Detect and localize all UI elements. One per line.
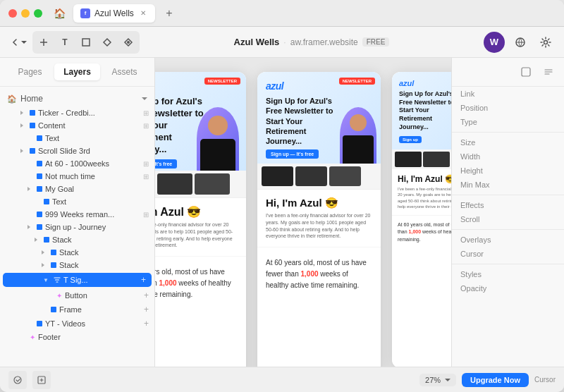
layer-type-icon	[37, 135, 42, 141]
bottom-bar: 27% Upgrade Now Cursor	[0, 367, 564, 392]
divider-4	[452, 264, 564, 264]
divider-3	[452, 229, 564, 230]
layer-label: Scroll Slide 3rd	[38, 147, 149, 155]
user-avatar[interactable]: W	[484, 32, 505, 53]
prop-position: Position	[452, 101, 564, 115]
maximize-button[interactable]	[34, 9, 42, 18]
badge: NEWSLETTER	[204, 78, 240, 85]
layer-item-ytvideos[interactable]: YT - Videos +	[0, 317, 154, 331]
badge-2: NEWSLETTER	[339, 78, 375, 85]
weeks-text-3: At 60 years old, most of us have fewer t…	[398, 221, 451, 244]
hero-section: azul NEWSLETTER Sign Up for Azul's Free …	[155, 72, 246, 171]
more-tool[interactable]	[118, 32, 138, 52]
toggle-icon[interactable]	[18, 147, 25, 154]
hero-title-3: Sign Up for Azul's Free Newsletter to St…	[399, 90, 451, 131]
toggle-icon[interactable]	[25, 185, 32, 192]
bottom-tool-1[interactable]	[8, 371, 27, 389]
layer-item-stack1[interactable]: Stack	[0, 233, 154, 246]
toggle-icon[interactable]	[18, 109, 25, 116]
layer-item-ticker[interactable]: Ticker - Credbi... ⊞	[0, 106, 154, 119]
toggle-icon	[32, 198, 39, 205]
browser-tab[interactable]: f Azul Wells ✕	[73, 4, 155, 23]
layer-item-999weeks[interactable]: 999 Weeks reman... ⊞	[0, 208, 154, 221]
toggle-icon[interactable]	[39, 262, 47, 269]
cta-button-3[interactable]: Sign up	[399, 136, 422, 143]
toggle-icon[interactable]	[39, 249, 47, 256]
add-button[interactable]: +	[141, 275, 146, 285]
new-tab-button[interactable]: +	[161, 5, 178, 22]
free-badge: FREE	[362, 37, 390, 47]
traffic-lights	[8, 9, 42, 18]
layer-label: Stack	[52, 235, 149, 244]
prop-width-label: Width	[460, 152, 480, 161]
toggle-icon[interactable]	[25, 223, 32, 231]
toggle-icon[interactable]: ▼	[42, 276, 49, 283]
prop-width: Width	[452, 149, 564, 164]
toggle-icon[interactable]	[18, 122, 25, 129]
add-button[interactable]: +	[144, 319, 149, 329]
layer-item-text1[interactable]: Text	[0, 132, 154, 145]
settings-icon[interactable]	[536, 32, 556, 52]
frame-tool[interactable]	[76, 32, 96, 52]
sidebar-layers-list: 🏠 Home Ticker - Credbi... ⊞ Content	[0, 87, 154, 367]
layer-item-frame[interactable]: Frame +	[0, 302, 154, 317]
layer-label: Stack	[59, 261, 149, 269]
prop-cursor-label: Cursor	[460, 250, 484, 258]
toggle-icon[interactable]	[32, 236, 39, 243]
video-thumbnails-2	[257, 164, 381, 190]
add-tool[interactable]	[34, 32, 54, 52]
panel-icon-1[interactable]	[516, 62, 536, 82]
layer-item-text2[interactable]: Text	[0, 195, 154, 208]
layer-item-sig-selected[interactable]: ▼ T Sig... +	[3, 273, 152, 287]
home-icon-small: 🏠	[7, 94, 17, 104]
text-tool[interactable]: T	[55, 32, 75, 52]
layer-item-content[interactable]: Content ⊞	[0, 119, 154, 132]
avatar-container-2	[340, 107, 379, 164]
layer-item-stack2[interactable]: Stack	[0, 246, 154, 259]
sidebar-tabs: Pages Layers Assets	[0, 58, 154, 87]
hero-section-3: azul NEWSLETTER Sign Up for Azul's Free …	[392, 72, 451, 149]
layer-item-stack3[interactable]: Stack	[0, 259, 154, 271]
component-tool[interactable]	[97, 32, 117, 52]
layer-grid-icon: ⊞	[143, 211, 149, 219]
tool-group: T	[32, 31, 140, 54]
prop-height-label: Height	[460, 166, 483, 175]
minimize-button[interactable]	[21, 9, 30, 18]
cta-button[interactable]: Sign up — It's free	[155, 159, 177, 169]
globe-icon[interactable]	[510, 32, 530, 52]
cta-button-2[interactable]: Sign up — It's free	[266, 149, 319, 159]
device-frame-1: azul NEWSLETTER Sign Up for Azul's Free …	[155, 72, 246, 367]
device-frame-2: azul NEWSLETTER Sign Up for Azul's Free …	[257, 72, 381, 367]
tab-close-button[interactable]: ✕	[138, 8, 148, 18]
tab-layers[interactable]: Layers	[54, 63, 100, 80]
layer-item-notmuch[interactable]: Not much time ⊞	[0, 170, 154, 183]
panel-icon-2[interactable]	[539, 62, 558, 82]
layer-item-footer[interactable]: ✦ Footer	[0, 331, 154, 343]
bottom-tool-2[interactable]	[32, 371, 51, 389]
device-frame-3: azul NEWSLETTER Sign Up for Azul's Free …	[392, 72, 451, 367]
add-button[interactable]: +	[144, 305, 149, 314]
layer-item-scroll3rd[interactable]: Scroll Slide 3rd	[0, 145, 154, 157]
layer-item-at60[interactable]: At 60 - 1000weeks ⊞	[0, 157, 154, 170]
prop-link: Link	[452, 87, 564, 101]
tab-pages[interactable]: Pages	[7, 63, 53, 80]
layer-item-mygoal[interactable]: My Goal	[0, 183, 154, 195]
canvas-area[interactable]: azul NEWSLETTER Sign Up for Azul's Free …	[155, 58, 451, 367]
layer-grid-icon: ⊞	[143, 122, 149, 130]
add-button[interactable]: +	[144, 290, 149, 300]
zoom-control[interactable]: 27%	[419, 374, 456, 386]
prop-overlays: Overlays	[452, 233, 564, 247]
svg-rect-7	[522, 68, 530, 76]
layer-item-button[interactable]: ✦ Button +	[0, 288, 154, 302]
tab-assets[interactable]: Assets	[102, 63, 147, 80]
frame-content-1: azul NEWSLETTER Sign Up for Azul's Free …	[155, 72, 246, 367]
back-button[interactable]	[8, 32, 28, 52]
layer-item-signup[interactable]: Sign up - Journey	[0, 221, 154, 233]
toggle-icon	[25, 173, 32, 180]
hi-title-2: Hi, I'm Azul 😎	[266, 197, 372, 209]
layer-label: T Sig...	[63, 276, 137, 284]
close-button[interactable]	[8, 9, 17, 18]
home-section-header[interactable]: 🏠 Home	[0, 91, 154, 106]
home-icon[interactable]: 🏠	[51, 5, 68, 22]
upgrade-button[interactable]: Upgrade Now	[462, 373, 529, 387]
